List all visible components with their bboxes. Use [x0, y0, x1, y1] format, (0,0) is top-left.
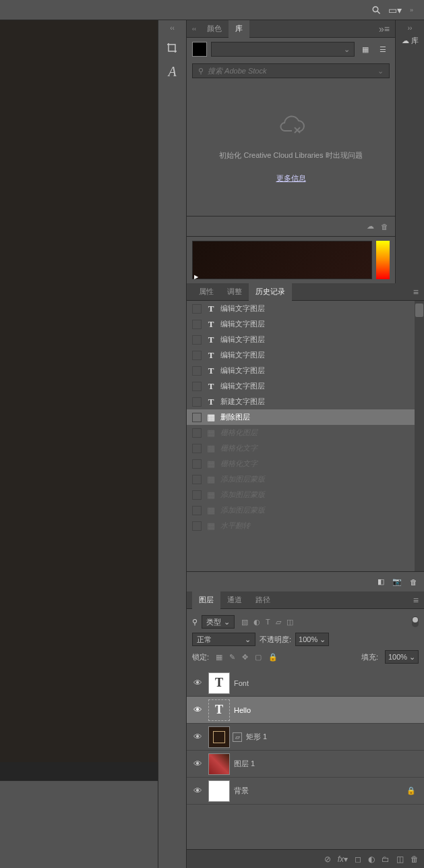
history-item[interactable]: ▦水平翻转: [187, 518, 424, 533]
history-item[interactable]: ▦栅格化图层: [187, 425, 424, 440]
collapse-left-icon[interactable]: ‹‹: [170, 24, 175, 32]
tab-adjustments[interactable]: 调整: [220, 283, 249, 301]
library-dropdown[interactable]: ⌄: [211, 42, 355, 57]
layer-thumbnail[interactable]: [208, 780, 230, 802]
history-state-checkbox[interactable]: [192, 490, 202, 500]
layer-visibility-icon[interactable]: 👁: [191, 678, 204, 688]
tab-paths[interactable]: 路径: [249, 591, 277, 609]
delete-layer-icon[interactable]: 🗑: [411, 855, 419, 864]
filter-smart-icon[interactable]: ◫: [286, 618, 293, 627]
layer-visibility-icon[interactable]: 👁: [191, 786, 204, 796]
chevron-down-icon[interactable]: ⌄: [377, 67, 384, 76]
opacity-input[interactable]: 100% ⌄: [295, 633, 329, 646]
panel-menu-icon[interactable]: ≡: [413, 287, 419, 297]
lock-icon[interactable]: 🔒: [406, 786, 420, 795]
panel-menu-icon[interactable]: ≡: [413, 595, 419, 606]
history-state-checkbox[interactable]: [192, 444, 202, 453]
history-item[interactable]: T编辑文字图层: [187, 378, 424, 394]
history-state-checkbox[interactable]: [192, 506, 202, 515]
link-layers-icon[interactable]: ⊘: [324, 855, 331, 864]
trash-icon[interactable]: 🗑: [381, 223, 388, 231]
layer-group-icon[interactable]: 🗀: [382, 855, 390, 864]
filter-toggle[interactable]: [412, 616, 419, 627]
gradient-preview[interactable]: [376, 241, 390, 279]
lock-transparency-icon[interactable]: ▦: [216, 653, 222, 662]
type-tool-icon[interactable]: A: [162, 61, 183, 82]
lock-artboard-icon[interactable]: ▢: [255, 653, 262, 662]
history-item[interactable]: T编辑文字图层: [187, 316, 424, 332]
layer-fx-icon[interactable]: fx▾: [338, 855, 348, 864]
tab-layers[interactable]: 图层: [192, 591, 220, 609]
layer-visibility-icon[interactable]: 👁: [191, 705, 204, 715]
stock-search-input[interactable]: ⚲ 搜索 Adobe Stock ⌄: [192, 63, 390, 78]
crop-tool-icon[interactable]: [162, 38, 183, 59]
new-doc-from-state-icon[interactable]: ◧: [377, 577, 384, 586]
workspace-switcher[interactable]: ▭▾: [388, 5, 402, 16]
history-item[interactable]: T编辑文字图层: [187, 347, 424, 363]
filter-adjustment-icon[interactable]: ◐: [253, 618, 260, 627]
collapse-icon[interactable]: »: [410, 7, 417, 13]
layer-visibility-icon[interactable]: 👁: [191, 759, 204, 769]
cloud-icon[interactable]: ☁: [367, 222, 374, 231]
lock-all-icon[interactable]: 🔒: [268, 653, 278, 662]
document-canvas[interactable]: [0, 20, 158, 762]
history-state-checkbox[interactable]: [192, 428, 202, 438]
layer-thumbnail[interactable]: T: [208, 672, 230, 694]
layer-item[interactable]: 👁▱矩形 1: [187, 724, 424, 751]
history-item[interactable]: T新建文字图层: [187, 394, 424, 409]
tab-properties[interactable]: 属性: [192, 283, 220, 301]
layer-item[interactable]: 👁THello: [187, 697, 424, 724]
layer-visibility-icon[interactable]: 👁: [191, 732, 204, 742]
layer-thumbnail[interactable]: [208, 753, 230, 775]
layer-item[interactable]: 👁TFont: [187, 670, 424, 697]
canvas-viewport[interactable]: [0, 20, 158, 868]
layer-item[interactable]: 👁背景🔒: [187, 778, 424, 805]
search-icon[interactable]: ⚲: [369, 3, 384, 18]
history-state-checkbox[interactable]: [192, 413, 202, 422]
snapshot-icon[interactable]: 📷: [392, 577, 402, 586]
history-state-checkbox[interactable]: [192, 459, 202, 469]
layer-item[interactable]: 👁图层 1: [187, 751, 424, 778]
history-state-checkbox[interactable]: [192, 397, 202, 407]
lock-paint-icon[interactable]: ✎: [229, 653, 235, 662]
history-item[interactable]: ▦栅格化文字: [187, 440, 424, 456]
history-state-checkbox[interactable]: [192, 320, 202, 329]
history-state-checkbox[interactable]: [192, 335, 202, 345]
preview-thumbnail[interactable]: [192, 241, 372, 279]
layer-filter-dropdown[interactable]: 类型 ⌄: [202, 615, 235, 629]
lock-position-icon[interactable]: ✥: [242, 653, 248, 662]
filter-type-icon[interactable]: T: [266, 618, 270, 627]
filter-shape-icon[interactable]: ▱: [276, 618, 281, 627]
history-item[interactable]: ▦删除图层: [187, 409, 424, 425]
history-item[interactable]: T编辑文字图层: [187, 301, 424, 316]
list-view-icon[interactable]: ☰: [376, 42, 390, 56]
filter-pixel-icon[interactable]: ▧: [241, 618, 248, 627]
history-state-checkbox[interactable]: [192, 475, 202, 484]
layer-thumbnail[interactable]: T: [208, 699, 230, 721]
history-item[interactable]: ▦添加图层蒙版: [187, 502, 424, 518]
history-state-checkbox[interactable]: [192, 521, 202, 531]
adjustment-layer-icon[interactable]: ◐: [368, 855, 375, 864]
tab-channels[interactable]: 通道: [220, 591, 249, 609]
history-item[interactable]: ▦添加图层蒙版: [187, 487, 424, 502]
history-state-checkbox[interactable]: [192, 366, 202, 376]
trash-icon[interactable]: 🗑: [410, 578, 417, 586]
layer-mask-icon[interactable]: ◻: [355, 855, 361, 864]
grid-view-icon[interactable]: ▦: [359, 42, 372, 56]
tab-history[interactable]: 历史记录: [249, 283, 292, 301]
history-item[interactable]: T编辑文字图层: [187, 332, 424, 347]
history-scrollbar[interactable]: [415, 301, 424, 571]
history-item[interactable]: T编辑文字图层: [187, 363, 424, 378]
layer-thumbnail[interactable]: [208, 726, 230, 748]
history-state-checkbox[interactable]: [192, 382, 202, 391]
history-state-checkbox[interactable]: [192, 304, 202, 314]
tab-library[interactable]: 库: [229, 20, 249, 38]
blend-mode-dropdown[interactable]: 正常 ⌄: [192, 633, 255, 646]
foreground-swatch[interactable]: [192, 42, 207, 57]
history-state-checkbox[interactable]: [192, 351, 202, 360]
new-layer-icon[interactable]: ◫: [396, 855, 404, 864]
more-info-link[interactable]: 更多信息: [276, 173, 306, 183]
panel-menu-icon[interactable]: »≡: [379, 24, 390, 34]
filter-search-icon[interactable]: ⚲: [192, 618, 198, 627]
collapse-right-icon[interactable]: ››: [408, 24, 413, 32]
